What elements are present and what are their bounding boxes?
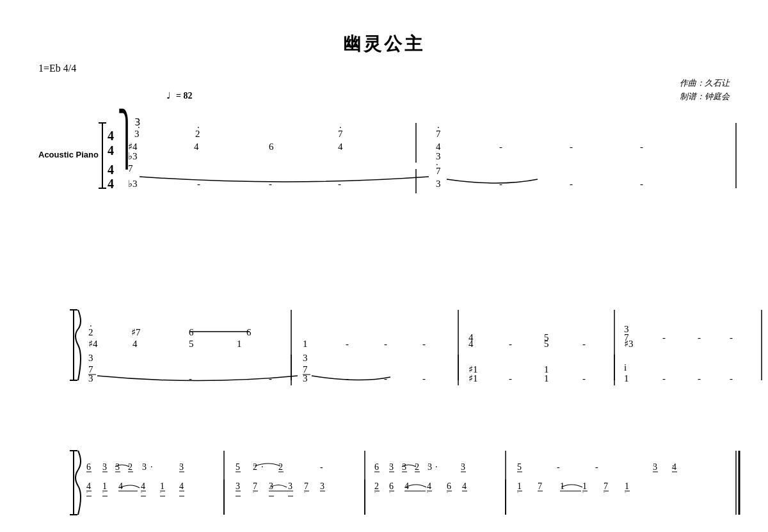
svg-text:1: 1 bbox=[544, 373, 549, 383]
svg-text:-: - bbox=[640, 179, 643, 189]
svg-text:5: 5 bbox=[517, 462, 522, 472]
svg-text:-: - bbox=[582, 373, 586, 383]
svg-text:3: 3 bbox=[142, 462, 147, 472]
svg-text:♯1: ♯1 bbox=[468, 373, 478, 383]
svg-text:3: 3 bbox=[461, 462, 465, 472]
svg-text:2: 2 bbox=[415, 462, 419, 472]
svg-text:2: 2 bbox=[88, 327, 93, 337]
svg-text:-: - bbox=[570, 141, 573, 152]
svg-text:3: 3 bbox=[288, 481, 292, 491]
svg-text:·: · bbox=[435, 462, 438, 472]
svg-text:4: 4 bbox=[468, 339, 474, 349]
svg-text:7: 7 bbox=[338, 129, 343, 139]
score-svg: ♩ = 82 ⎫ 4 4 4 4 Acoustic Piano ♯4 3̇ · … bbox=[38, 79, 768, 532]
key-signature: 1=Eb 4/4 bbox=[38, 63, 730, 74]
svg-text:7: 7 bbox=[436, 166, 441, 176]
tempo-value: = 82 bbox=[176, 91, 192, 101]
svg-text:4: 4 bbox=[436, 141, 441, 152]
svg-text:3: 3 bbox=[402, 462, 406, 472]
svg-text:·: · bbox=[625, 490, 626, 496]
svg-text:-: - bbox=[269, 373, 272, 383]
svg-text:3: 3 bbox=[88, 373, 93, 383]
svg-text:3: 3 bbox=[303, 373, 308, 383]
svg-text:·: · bbox=[102, 490, 104, 496]
svg-text:7: 7 bbox=[538, 481, 542, 491]
tempo-note: ♩ bbox=[166, 91, 171, 101]
svg-text:-: - bbox=[422, 339, 426, 349]
svg-text:·: · bbox=[582, 490, 584, 496]
svg-text:-: - bbox=[557, 462, 560, 472]
svg-text:·: · bbox=[604, 490, 605, 496]
svg-text:2: 2 bbox=[253, 462, 257, 472]
svg-text:4: 4 bbox=[194, 141, 199, 152]
svg-text:-: - bbox=[246, 373, 250, 383]
svg-text:7: 7 bbox=[128, 163, 133, 173]
svg-text:-: - bbox=[269, 179, 272, 189]
svg-text:-: - bbox=[509, 373, 512, 383]
svg-text:·: · bbox=[141, 490, 142, 496]
svg-text:5: 5 bbox=[236, 462, 240, 472]
svg-text:1: 1 bbox=[624, 373, 629, 383]
svg-text:3: 3 bbox=[88, 353, 93, 363]
svg-text:·: · bbox=[427, 490, 428, 496]
svg-text:4: 4 bbox=[108, 129, 114, 143]
svg-text:-: - bbox=[662, 332, 666, 343]
svg-text:·: · bbox=[389, 490, 390, 496]
svg-text:-: - bbox=[595, 462, 598, 472]
svg-text:2: 2 bbox=[128, 462, 132, 472]
svg-text:·: · bbox=[374, 490, 376, 496]
svg-text:3: 3 bbox=[115, 462, 120, 472]
svg-text:3: 3 bbox=[389, 462, 394, 472]
svg-text:6: 6 bbox=[246, 327, 252, 337]
svg-text:4: 4 bbox=[672, 462, 676, 472]
svg-text:-: - bbox=[422, 373, 426, 383]
svg-text:5: 5 bbox=[544, 339, 549, 349]
svg-text:4: 4 bbox=[108, 163, 114, 177]
svg-text:-: - bbox=[338, 179, 341, 189]
main-title: 幽灵公主 bbox=[38, 32, 730, 56]
credits: 作曲：久石让 制谱：钟庭会 bbox=[680, 77, 730, 104]
svg-text:3: 3 bbox=[102, 462, 107, 472]
svg-text:4: 4 bbox=[108, 143, 114, 157]
svg-text:-: - bbox=[499, 179, 502, 189]
svg-text:-: - bbox=[582, 339, 586, 349]
svg-text:3: 3 bbox=[303, 353, 308, 363]
svg-text:4: 4 bbox=[338, 141, 343, 152]
svg-text:4: 4 bbox=[462, 481, 467, 491]
svg-text:6: 6 bbox=[86, 462, 91, 472]
svg-text:6: 6 bbox=[374, 462, 379, 472]
svg-text:3: 3 bbox=[236, 481, 240, 491]
svg-text:♯4: ♯4 bbox=[88, 339, 98, 349]
svg-text:4: 4 bbox=[118, 481, 123, 491]
svg-text:3: 3 bbox=[436, 179, 441, 189]
svg-text:7: 7 bbox=[436, 129, 441, 139]
svg-text:4: 4 bbox=[108, 177, 114, 191]
svg-text:-: - bbox=[509, 339, 512, 349]
svg-text:-: - bbox=[640, 141, 643, 152]
svg-text:-: - bbox=[698, 332, 701, 343]
svg-text:3: 3 bbox=[134, 129, 140, 139]
svg-text:5: 5 bbox=[189, 339, 194, 349]
svg-text:-: - bbox=[346, 339, 349, 349]
svg-text:i: i bbox=[624, 362, 627, 373]
svg-text:·: · bbox=[86, 490, 88, 496]
svg-text:-: - bbox=[662, 373, 666, 383]
svg-text:2: 2 bbox=[195, 129, 200, 139]
svg-text:-: - bbox=[384, 339, 387, 349]
composer-credit: 作曲：久石让 bbox=[680, 77, 730, 90]
page: 幽灵公主 作曲：久石让 制谱：钟庭会 1=Eb 4/4 ♩ = 82 ⎫ 4 4… bbox=[0, 0, 768, 532]
svg-text:♯7: ♯7 bbox=[131, 327, 141, 337]
svg-text:·: · bbox=[304, 490, 305, 496]
svg-text:·: · bbox=[253, 490, 254, 496]
svg-text:-: - bbox=[499, 141, 502, 152]
svg-text:♯3: ♯3 bbox=[624, 339, 634, 349]
svg-text:-: - bbox=[730, 373, 733, 383]
svg-text:1: 1 bbox=[237, 339, 242, 349]
svg-text:3: 3 bbox=[320, 481, 324, 491]
svg-text:·: · bbox=[160, 490, 161, 496]
svg-text:3: 3 bbox=[653, 462, 657, 472]
svg-text:3: 3 bbox=[428, 462, 432, 472]
arranger-credit: 制谱：钟庭会 bbox=[680, 90, 730, 104]
svg-text:-: - bbox=[189, 373, 192, 383]
instrument-label: Acoustic Piano bbox=[38, 150, 99, 159]
